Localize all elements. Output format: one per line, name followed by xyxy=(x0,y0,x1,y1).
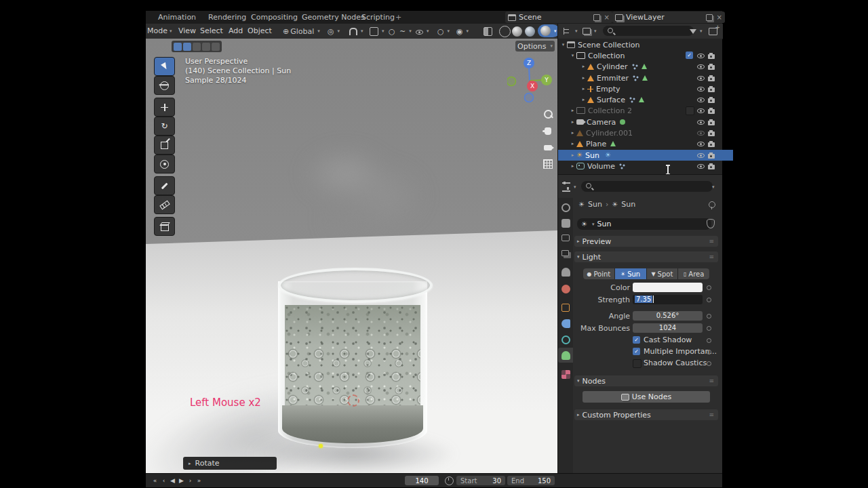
outliner-row-camera[interactable]: ▸ Camera xyxy=(558,117,733,127)
editor-divider[interactable] xyxy=(557,24,558,473)
unlink-scene-icon[interactable]: × xyxy=(604,14,610,21)
show-overlays-dropdown[interactable]: ◉▾ xyxy=(456,26,469,37)
strength-field[interactable]: 7.35 xyxy=(633,295,703,304)
expand-icon[interactable]: ▸ xyxy=(580,97,587,102)
shadow-caustics-checkbox[interactable] xyxy=(633,359,642,368)
collection-checkbox[interactable]: ✓ xyxy=(686,52,693,59)
proportional-edit-toggle[interactable]: ○ xyxy=(389,26,395,37)
tab-texture-icon[interactable] xyxy=(561,370,570,379)
pivot-point-dropdown[interactable]: ◎▾ xyxy=(328,26,340,37)
disable-in-render-icon[interactable] xyxy=(708,140,715,149)
play-button[interactable]: ▶ xyxy=(177,474,186,487)
expand-icon[interactable]: ▸ xyxy=(569,163,576,169)
play-reverse-button[interactable]: ◀ xyxy=(168,474,177,487)
tool-transform[interactable] xyxy=(154,155,175,174)
outliner-row-sun[interactable]: ▸ ☀ Sun ☀ xyxy=(558,150,733,161)
outliner-row-empty[interactable]: ▸ Empty xyxy=(558,83,744,94)
light-type-sun[interactable]: ☀Sun xyxy=(615,268,646,279)
tool-measure[interactable] xyxy=(154,195,175,214)
breadcrumb-data[interactable]: Sun xyxy=(621,200,635,209)
disable-in-render-icon[interactable] xyxy=(708,63,715,72)
new-scene-icon[interactable] xyxy=(593,14,600,21)
jump-to-end-button[interactable]: » xyxy=(195,474,203,487)
frame-start-field[interactable]: Start 30 xyxy=(456,476,505,485)
workspace-tab-scripting[interactable]: Scripting xyxy=(361,11,395,24)
disable-in-render-icon[interactable] xyxy=(708,152,715,161)
tool-cursor[interactable] xyxy=(154,76,175,95)
hide-in-viewport-icon[interactable] xyxy=(697,162,705,171)
new-collection-button[interactable] xyxy=(709,26,717,37)
fake-user-shield-icon[interactable] xyxy=(707,219,715,230)
current-frame-field[interactable]: 140 xyxy=(405,476,439,485)
outliner-row-volume[interactable]: ▸ Volume xyxy=(558,161,733,171)
tool-scale[interactable] xyxy=(154,136,175,155)
disable-in-render-icon[interactable] xyxy=(708,119,715,127)
hide-in-viewport-icon[interactable] xyxy=(697,62,705,72)
hide-in-viewport-icon[interactable] xyxy=(697,129,705,138)
angle-field[interactable]: 0.526° xyxy=(633,311,703,321)
light-name-field[interactable]: ☀ ▾ Sun xyxy=(577,218,711,230)
breadcrumb-object[interactable]: Sun xyxy=(588,200,602,209)
remove-viewlayer-icon[interactable]: × xyxy=(717,14,722,21)
shading-solid-button[interactable] xyxy=(512,26,522,37)
cast-shadow-checkbox[interactable]: ✓ xyxy=(633,336,640,344)
operator-panel[interactable]: ▸ Rotate xyxy=(183,457,277,470)
jump-to-start-button[interactable]: « xyxy=(151,474,159,487)
animate-dot[interactable] xyxy=(707,326,711,331)
select-mode-extend-icon[interactable] xyxy=(183,43,191,51)
hide-in-viewport-icon[interactable] xyxy=(697,52,705,61)
tab-modifiers-icon[interactable] xyxy=(561,319,570,328)
expand-icon[interactable]: ▸ xyxy=(569,108,576,113)
tab-render-icon[interactable] xyxy=(561,219,570,228)
outliner-filter-dropdown[interactable]: ▾ xyxy=(690,26,703,37)
outliner-row-emmiter[interactable]: ▸ Emmiter xyxy=(558,73,744,83)
shading-rendered-button[interactable]: ▾ xyxy=(538,24,559,37)
hide-in-viewport-icon[interactable] xyxy=(697,106,705,116)
hide-in-viewport-icon[interactable] xyxy=(697,96,705,105)
hide-in-viewport-icon[interactable] xyxy=(697,74,705,83)
light-type-spot[interactable]: ▼Spot xyxy=(647,268,678,279)
expand-icon[interactable]: ▸ xyxy=(569,152,576,158)
axis-neg-z-ball[interactable] xyxy=(525,94,534,102)
expand-icon[interactable]: ▾ xyxy=(569,53,576,58)
disable-in-render-icon[interactable] xyxy=(708,52,715,61)
expand-icon[interactable]: ▸ xyxy=(580,86,587,92)
tab-output-icon[interactable] xyxy=(561,235,570,241)
panel-grip-icon[interactable]: ≡ xyxy=(709,378,714,384)
hide-in-viewport-icon[interactable] xyxy=(697,151,705,161)
outliner-row-collection-2[interactable]: ▸ Collection 2 xyxy=(558,105,733,116)
disable-in-render-icon[interactable] xyxy=(708,107,715,116)
panel-grip-icon[interactable]: ≡ xyxy=(709,253,714,260)
animate-dot[interactable] xyxy=(707,285,711,290)
pin-id-icon[interactable] xyxy=(709,201,715,210)
expand-icon[interactable]: ▸ xyxy=(569,141,576,146)
max-bounces-field[interactable]: 1024 xyxy=(633,323,703,333)
expand-icon[interactable]: ▸ xyxy=(569,130,576,136)
tab-object-data-icon[interactable] xyxy=(561,351,570,360)
new-viewlayer-icon[interactable] xyxy=(706,14,713,21)
menu-view[interactable]: View xyxy=(178,24,196,38)
select-mode-invert-icon[interactable] xyxy=(202,43,210,51)
next-keyframe-button[interactable]: › xyxy=(186,474,195,487)
disable-in-render-icon[interactable] xyxy=(708,129,715,138)
tab-scene-icon[interactable] xyxy=(561,268,570,277)
tab-physics-icon[interactable] xyxy=(561,336,570,344)
menu-select[interactable]: Select xyxy=(200,24,223,38)
disable-in-render-icon[interactable] xyxy=(708,85,715,94)
shading-material-button[interactable] xyxy=(525,26,535,37)
frame-end-field[interactable]: End 150 xyxy=(507,476,555,485)
animate-dot[interactable] xyxy=(707,298,711,302)
viewport-pan-button[interactable] xyxy=(542,125,553,136)
animate-dot[interactable] xyxy=(707,361,711,366)
tool-move[interactable] xyxy=(154,98,175,117)
sun-data-icon[interactable]: ☀ xyxy=(612,201,618,208)
tab-tool-icon[interactable] xyxy=(561,203,570,212)
select-mode-intersect-icon[interactable] xyxy=(212,43,220,51)
multiple-importance-checkbox[interactable]: ✓ xyxy=(633,348,640,355)
hide-in-viewport-icon[interactable] xyxy=(697,118,705,127)
shading-wireframe-button[interactable] xyxy=(499,26,511,37)
use-nodes-button[interactable]: Use Nodes xyxy=(583,391,710,403)
options-dropdown[interactable]: Options▾ xyxy=(515,41,555,52)
disable-in-render-icon[interactable] xyxy=(708,163,715,171)
color-swatch[interactable] xyxy=(633,283,703,292)
